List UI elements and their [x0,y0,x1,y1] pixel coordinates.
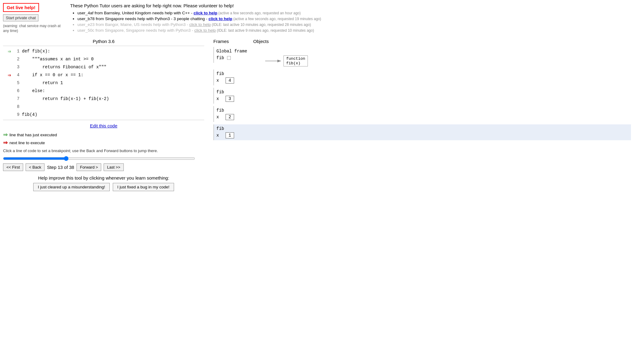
code-line[interactable]: 9fib(4) [3,111,204,119]
line-number: 7 [12,96,20,101]
user-text: user_b78 from Singapore needs help with … [77,16,208,21]
objects-title: Objects [253,39,269,44]
frame-var-row: x1 [214,132,631,139]
legend-green-label: line that has just executed [9,133,57,137]
function-label-line1: function [286,56,305,61]
user-meta: (IDLE: last active 10 minutes ago, reque… [211,23,311,27]
legend-red-label: next line to execute [9,141,45,145]
frame-label: fib [214,107,631,113]
frame-var-row: x3 [214,95,631,102]
line-number: 9 [12,112,20,117]
green-arrow-icon: ⇒ [3,131,8,138]
frame-var-value: 4 [226,77,234,84]
forward-button[interactable]: Forward > [77,163,101,171]
get-live-help-button[interactable]: Get live help! [3,3,39,12]
green-arrow: ⇒ [8,48,11,55]
global-var-name: fib [216,55,224,60]
frame-label: fib [214,89,631,95]
red-arrow-icon: ⇒ [3,139,8,146]
stack-frame: fibx2 [213,106,631,122]
frame-var-row: x2 [214,113,631,121]
misunderstanding-button[interactable]: I just cleared up a misunderstanding! [33,183,110,191]
line-number: 3 [12,65,20,70]
code-line[interactable]: ⇒4 if x == 0 or x == 1: [3,71,204,79]
help-list-item: user_4af from Barnsley, United Kingdom n… [77,11,631,15]
click-to-help-link[interactable]: click to help [194,28,216,33]
arrow-col: ⇒ [3,72,12,78]
line-code-text: else: [22,88,45,93]
frames-panel: Frames Objects Global frame fib [204,39,631,191]
hint-text: Click a line of code to set a breakpoint… [3,148,204,153]
code-line[interactable]: 2 """assumes x an int >= 0 [3,55,204,63]
frame-label: fib [214,71,631,77]
feedback-section: Help improve this tool by clicking whene… [3,175,204,191]
frame-var-value: 2 [226,114,234,120]
line-code-text: return fib(x-1) + fib(x-2) [22,96,109,101]
frames-header: Frames Objects [213,39,631,44]
help-panel: These Python Tutor users are asking for … [70,3,631,34]
click-to-help-link[interactable]: click to help [194,11,217,15]
code-panel-title: Python 3.6 [3,39,204,44]
help-list-item: user_e23 from Bangor, Maine, US needs he… [77,22,631,27]
code-line[interactable]: 6 else: [3,87,204,95]
help-list-item: user_50c from Singapore, Singapore needs… [77,28,631,33]
stack-frame: fibx3 [213,88,631,104]
line-code-text: if x == 0 or x == 1: [22,73,84,77]
user-text: user_e23 from Bangor, Maine, US needs he… [77,22,189,27]
red-arrow: ⇒ [8,72,11,78]
function-obj-container: function fib(x) [265,55,308,66]
back-button[interactable]: < Back [26,163,45,171]
code-area: ⇒1def fib(x):2 """assumes x an int >= 03… [3,46,204,120]
start-private-chat-button[interactable]: Start private chat [3,14,38,21]
help-heading: These Python Tutor users are asking for … [70,3,631,8]
fixed-bug-button[interactable]: I just fixed a bug in my code! [113,183,174,191]
code-line[interactable]: ⇒1def fib(x): [3,47,204,55]
frame-var-row: x4 [214,77,631,84]
step-slider[interactable] [3,156,195,161]
line-code-text: return 1 [22,80,63,85]
feedback-buttons: I just cleared up a misunderstanding! I … [3,183,204,191]
global-frame-label: Global frame [214,48,262,54]
line-number: 1 [12,49,20,54]
code-line[interactable]: 8 [3,103,204,111]
edit-link-container: Edit this code [3,123,204,128]
fib-pointer-box [227,56,231,60]
frames-title: Frames [213,39,229,44]
arrow-col: ⇒ [3,48,12,55]
code-line[interactable]: 7 return fib(x-1) + fib(x-2) [3,95,204,103]
first-button[interactable]: << First [3,163,23,171]
user-text: user_4af from Barnsley, United Kingdom n… [77,11,194,15]
legend-green: ⇒ line that has just executed [3,131,204,138]
slider-row [3,156,204,161]
code-panel: Python 3.6 ⇒1def fib(x):2 """assumes x a… [3,39,204,191]
controls-row: << First < Back Step 13 of 38 Forward > … [3,163,204,171]
stack-frame: fibx1 [213,124,631,140]
frame-label: fib [214,126,631,132]
warning-text: (warning: chat service may crash at any … [3,24,61,33]
last-button[interactable]: Last >> [104,163,123,171]
frame-var-name: x [216,96,226,101]
function-obj-box: function fib(x) [283,55,308,66]
code-line[interactable]: 3 returns Fibonacci of x""" [3,63,204,71]
frame-var-name: x [216,115,226,120]
frame-var-value: 1 [226,132,234,138]
user-meta: (IDLE: last active 9 minutes ago, reques… [216,28,314,33]
line-code-text: returns Fibonacci of x""" [22,65,106,70]
step-label: Step 13 of 38 [47,165,74,170]
edit-this-code-link[interactable]: Edit this code [90,123,117,128]
global-frame: Global frame fib [213,47,262,63]
function-label-line2: fib(x) [286,61,305,66]
user-text: user_50c from Singapore, Singapore needs… [77,28,194,33]
feedback-title: Help improve this tool by clicking whene… [3,175,204,180]
user-meta: (active a few seconds ago, requested 19 … [232,17,321,21]
line-code-text: fib(4) [22,112,37,117]
code-line[interactable]: 5 return 1 [3,79,204,87]
click-to-help-link[interactable]: click to help [189,22,211,27]
stack-frames-container: fibx4fibx3fibx2fibx1 [213,70,631,140]
line-number: 6 [12,88,20,93]
line-number: 4 [12,73,20,77]
line-number: 5 [12,80,20,85]
line-code-text: def fib(x): [22,49,50,54]
click-to-help-link[interactable]: click to help [208,16,232,21]
left-panel: Get live help! Start private chat (warni… [3,3,64,34]
